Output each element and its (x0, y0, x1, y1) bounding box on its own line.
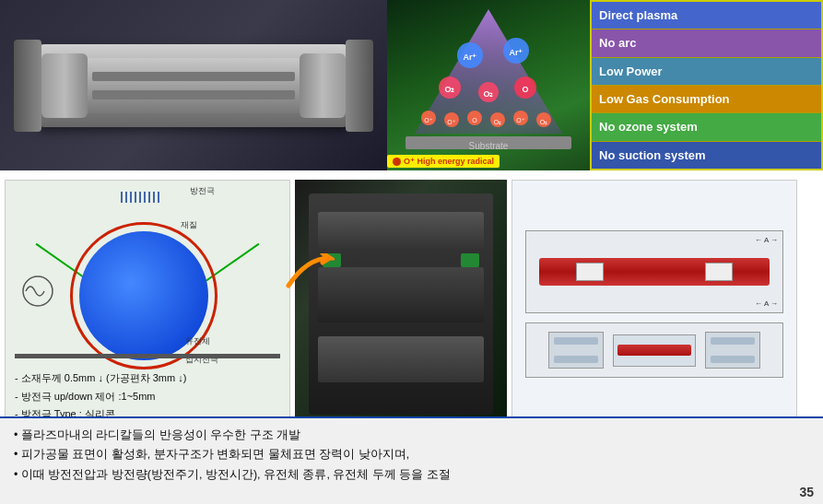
svg-point-25 (23, 276, 53, 306)
svg-text:O: O (472, 117, 477, 123)
feature-no-ozone: No ozone system (592, 113, 821, 141)
drawing-top-view: ← A → ← A → (525, 230, 783, 313)
tech-drawing: ← A → ← A → SYSTEM KOREA (511, 180, 797, 428)
slide-container: Ar⁺ Ar⁺ O₂ O₂ O O⁺ O⁺ O O₂ O⁺ (0, 0, 823, 504)
small-box-2 (705, 332, 760, 369)
radical-label: O⁺ High energy radical (387, 155, 500, 168)
top-section: Ar⁺ Ar⁺ O₂ O₂ O O⁺ O⁺ O O₂ O⁺ (0, 0, 823, 170)
svg-text:O⁺: O⁺ (516, 117, 524, 123)
features-panel: Direct plasma No arc Low Power Low Gas C… (590, 0, 823, 170)
machine-body (37, 44, 350, 127)
svg-text:O⁺: O⁺ (447, 119, 455, 125)
svg-text:O₂: O₂ (444, 85, 454, 94)
label-dielectric: 유전체 (185, 335, 210, 347)
photo-content (295, 180, 507, 428)
page-number: 35 (799, 485, 814, 499)
orange-arrow (284, 253, 335, 299)
drawing-side-view (525, 322, 783, 378)
feature-low-gas: Low Gas Consumption (592, 86, 821, 113)
drawing-square-right (705, 263, 733, 281)
drawing-square-left (576, 263, 604, 281)
center-drawing (613, 334, 696, 367)
feature-label: No arc (599, 36, 636, 50)
drawing-bar (539, 258, 770, 286)
svg-text:O: O (522, 85, 528, 94)
svg-text:O₂: O₂ (483, 89, 493, 99)
label-material: 재질 (181, 219, 197, 231)
plasma-diagram: Ar⁺ Ar⁺ O₂ O₂ O O⁺ O⁺ O O₂ O⁺ (387, 0, 590, 170)
sine-wave (15, 273, 61, 310)
feature-label: Low Power (599, 64, 663, 78)
svg-text:Ar⁺: Ar⁺ (463, 53, 476, 62)
feature-no-arc: No arc (592, 29, 821, 57)
middle-section: 방전극 재질 유전체 접지전극 - 소재두께 0.5mm ↓ (가공편차 (0, 170, 823, 415)
diagram-specs: - 소재두께 0.5mm ↓ (가공편차 3mm ↓) - 방전극 up/dow… (15, 370, 285, 423)
bottom-line-1: • 플라즈마내의 라디칼들의 반응성이 우수한 구조 개발 (14, 426, 809, 445)
label-electrode: 방전극 (190, 185, 215, 197)
small-box-1 (548, 332, 604, 369)
bottom-line-2: • 피가공물 표면이 활성화, 분자구조가 변화되면 물체표면 장력이 낮아지며… (14, 445, 809, 464)
spec-line-1: - 소재두께 0.5mm ↓ (가공편차 3mm ↓) (15, 370, 285, 387)
svg-text:Ar⁺: Ar⁺ (509, 48, 523, 57)
svg-text:Substrate: Substrate (469, 141, 509, 151)
electrode-top (121, 192, 159, 203)
svg-text:O₂: O₂ (494, 119, 501, 125)
feature-low-power: Low Power (592, 58, 821, 86)
feature-direct-plasma: Direct plasma (592, 2, 821, 29)
svg-text:O₂: O₂ (540, 119, 547, 125)
feature-no-suction: No suction system (592, 142, 821, 169)
feature-label: Direct plasma (599, 8, 677, 22)
machine-image (0, 0, 387, 170)
center-photo (295, 180, 507, 428)
ground-electrode (15, 354, 280, 358)
feature-label: No suction system (599, 148, 706, 162)
feature-label: No ozone system (599, 120, 698, 134)
spec-line-2: - 방전극 up/down 제어 :1~5mm (15, 389, 285, 405)
feature-label: Low Gas Consumption (599, 92, 730, 106)
left-diagram: 방전극 재질 유전체 접지전극 - 소재두께 0.5mm ↓ (가공편차 (5, 180, 290, 428)
radical-text: O⁺ High energy radical (404, 157, 494, 166)
bottom-section: • 플라즈마내의 라디칼들의 반응성이 우수한 구조 개발 • 피가공물 표면이… (0, 416, 823, 504)
bottom-line-3: • 이때 방전전압과 방전량(방전주기, 방전시간), 유전체 종류, 유전체 … (14, 465, 809, 485)
svg-text:O⁺: O⁺ (424, 117, 432, 123)
